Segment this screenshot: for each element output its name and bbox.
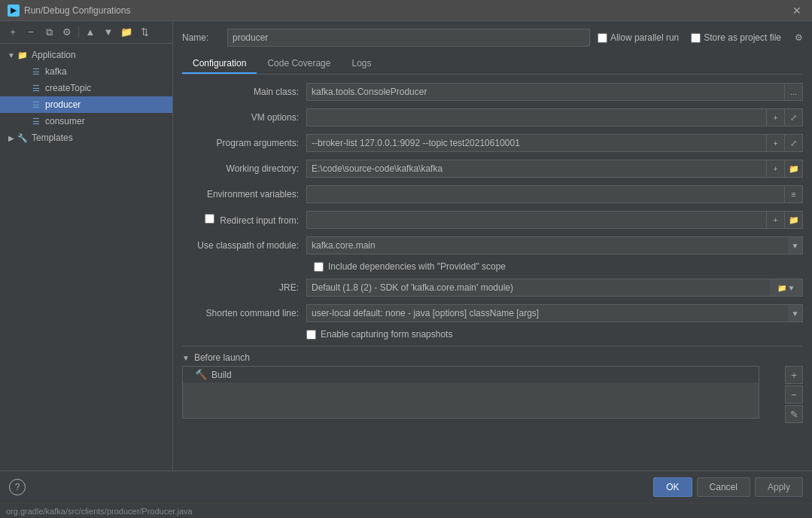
- store-as-project-label[interactable]: Store as project file: [691, 32, 781, 43]
- main-class-input[interactable]: [306, 83, 785, 101]
- store-gear-icon[interactable]: ⚙: [795, 32, 803, 43]
- tab-configuration[interactable]: Configuration: [182, 54, 257, 74]
- main-class-label: Main class:: [182, 87, 306, 97]
- bottom-right: OK Cancel Apply: [653, 477, 803, 497]
- tab-code-coverage[interactable]: Code Coverage: [257, 54, 341, 74]
- store-as-project-checkbox[interactable]: [691, 33, 701, 43]
- jre-select-wrapper: Default (1.8 (2) - SDK of 'kafka.core.ma…: [306, 279, 803, 297]
- status-bar: org.gradle/kafka/src/clients/producer/Pr…: [0, 503, 812, 518]
- name-label: Name:: [182, 32, 220, 43]
- config-tree: ▼ 📁 Application ☰ kafka ☰ createTopic: [0, 44, 172, 471]
- close-button[interactable]: ✕: [789, 3, 804, 18]
- right-panel: Name: Allow parallel run Store as projec…: [173, 21, 812, 471]
- help-button[interactable]: ?: [9, 479, 26, 495]
- title-bar: ▶ Run/Debug Configurations ✕: [0, 0, 812, 21]
- jre-label: JRE:: [182, 282, 306, 293]
- producer-label: producer: [45, 99, 81, 110]
- name-row: Name: Allow parallel run Store as projec…: [182, 29, 803, 47]
- program-args-expand-button[interactable]: ⤢: [785, 134, 803, 152]
- build-icon: 🔨: [195, 369, 207, 380]
- tree-node-application[interactable]: ▼ 📁 Application: [0, 47, 172, 63]
- vm-options-expand-button[interactable]: ⤢: [785, 108, 803, 126]
- before-launch-list: 🔨 Build: [182, 366, 759, 419]
- bottom-bar: ? OK Cancel Apply: [0, 471, 812, 503]
- redirect-add-button[interactable]: +: [767, 211, 785, 229]
- bottom-left: ?: [9, 479, 26, 495]
- working-dir-browse-button[interactable]: 📁: [785, 160, 803, 178]
- tree-node-templates[interactable]: ▶ 🔧 Templates: [0, 130, 172, 146]
- redirect-input-row: Redirect input from: + 📁: [182, 210, 803, 230]
- main-class-row: Main class: ...: [182, 82, 803, 102]
- tree-node-consumer[interactable]: ☰ consumer: [0, 113, 172, 130]
- cancel-button[interactable]: Cancel: [697, 477, 750, 497]
- move-up-button[interactable]: ▲: [82, 24, 99, 41]
- before-launch-add-button[interactable]: +: [785, 366, 803, 384]
- env-vars-input[interactable]: [306, 185, 785, 203]
- settings-config-button[interactable]: ⚙: [59, 24, 75, 41]
- capture-snapshots-checkbox[interactable]: [306, 330, 316, 340]
- templates-label: Templates: [32, 133, 73, 143]
- working-dir-add-button[interactable]: +: [767, 160, 785, 178]
- program-args-input[interactable]: [306, 134, 767, 152]
- ok-button[interactable]: OK: [653, 477, 692, 497]
- vm-options-input[interactable]: [306, 108, 767, 126]
- apply-button[interactable]: Apply: [755, 477, 803, 497]
- move-down-button[interactable]: ▼: [100, 24, 117, 41]
- createtopic-label: createTopic: [45, 83, 91, 93]
- include-dep-checkbox[interactable]: [314, 262, 324, 272]
- kafka-icon: ☰: [30, 66, 42, 78]
- main-class-browse-button[interactable]: ...: [785, 83, 803, 101]
- jre-row: JRE: Default (1.8 (2) - SDK of 'kafka.co…: [182, 278, 803, 297]
- before-launch-edit-button[interactable]: ✎: [785, 405, 803, 423]
- templates-icon: 🔧: [17, 132, 29, 144]
- include-dep-label[interactable]: Include dependencies with "Provided" sco…: [314, 261, 506, 272]
- before-launch-remove-button[interactable]: −: [785, 385, 803, 404]
- env-vars-edit-button[interactable]: ≡: [785, 185, 803, 203]
- classpath-row: Use classpath of module: kafka.core.main…: [182, 236, 803, 255]
- working-dir-row: Working directory: + 📁: [182, 159, 803, 178]
- classpath-select[interactable]: kafka.core.main: [306, 236, 803, 254]
- tree-node-producer[interactable]: ☰ producer: [0, 96, 172, 113]
- run-debug-dialog: ▶ Run/Debug Configurations ✕ + − ⧉ ⚙: [0, 0, 812, 518]
- vm-options-row: VM options: + ⤢: [182, 108, 803, 127]
- before-launch-content-area: 🔨 Build + − ✎: [182, 366, 803, 425]
- sort-button[interactable]: ⇅: [136, 24, 153, 41]
- producer-icon: ☰: [30, 99, 42, 111]
- toggle-application: ▼: [6, 51, 17, 59]
- classpath-select-wrapper: kafka.core.main ▼: [306, 236, 803, 254]
- add-config-button[interactable]: +: [5, 24, 21, 41]
- folder-button[interactable]: 📁: [118, 24, 135, 41]
- before-launch-section: ▼ Before launch 🔨 Build + −: [182, 346, 803, 429]
- allow-parallel-checkbox[interactable]: [598, 33, 607, 43]
- tab-logs[interactable]: Logs: [341, 54, 382, 74]
- shorten-cmd-select[interactable]: user-local default: none - java [options…: [306, 304, 803, 322]
- redirect-input[interactable]: [306, 211, 767, 229]
- redirect-checkbox[interactable]: [205, 214, 214, 224]
- tree-node-kafka[interactable]: ☰ kafka: [0, 63, 172, 80]
- before-launch-action-btns: + − ✎: [785, 366, 803, 425]
- remove-config-button[interactable]: −: [23, 24, 39, 41]
- name-input[interactable]: [227, 29, 590, 47]
- vm-options-add-button[interactable]: +: [767, 108, 785, 126]
- working-dir-input[interactable]: [306, 160, 767, 178]
- sidebar-toolbar: + − ⧉ ⚙ ▲ ▼ 📁: [0, 21, 172, 44]
- before-launch-toggle: ▼: [182, 354, 190, 362]
- application-folder-icon: 📁: [17, 49, 29, 61]
- consumer-icon: ☰: [30, 115, 42, 127]
- build-launch-item[interactable]: 🔨 Build: [183, 367, 759, 382]
- vm-options-input-group: + ⤢: [306, 108, 803, 126]
- redirect-browse-button[interactable]: 📁: [785, 211, 803, 229]
- redirect-label: Redirect input from:: [182, 214, 306, 226]
- program-args-add-button[interactable]: +: [767, 134, 785, 152]
- program-args-label: Program arguments:: [182, 138, 306, 148]
- tree-node-createtopic[interactable]: ☰ createTopic: [0, 80, 172, 96]
- before-launch-title: Before launch: [194, 352, 250, 363]
- copy-config-button[interactable]: ⧉: [41, 24, 57, 41]
- application-label: Application: [32, 50, 76, 60]
- working-dir-label: Working directory:: [182, 163, 306, 174]
- before-launch-header[interactable]: ▼ Before launch: [182, 351, 803, 366]
- allow-parallel-label[interactable]: Allow parallel run: [598, 32, 679, 43]
- capture-snapshots-label[interactable]: Enable capturing form snapshots: [306, 329, 452, 340]
- jre-select[interactable]: Default (1.8 (2) - SDK of 'kafka.core.ma…: [306, 279, 803, 297]
- app-icon: ▶: [8, 5, 20, 17]
